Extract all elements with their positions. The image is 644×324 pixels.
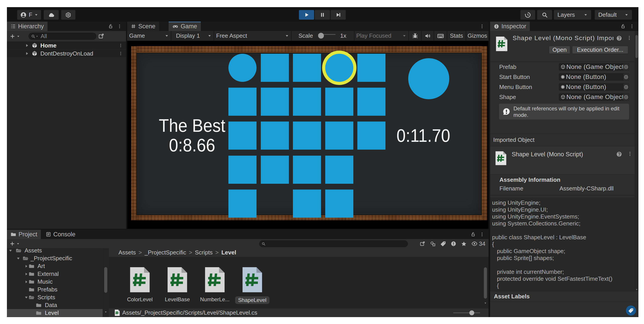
board-tile-square[interactable] [293,54,321,82]
hierarchy-search-input[interactable]: All [28,33,96,40]
file-numberlevel[interactable]: NumberLe... [196,266,234,302]
tab-project[interactable]: Project [7,230,41,239]
tree-item-art[interactable]: Art [7,262,102,270]
help-icon[interactable] [616,35,622,41]
file-levelbase[interactable]: LevelBase [158,266,196,302]
board-tile-square[interactable] [357,88,386,116]
lock-icon[interactable] [470,232,476,237]
tree-item-_projectspecific[interactable]: _ProjectSpecific [7,254,102,262]
board-tile-ringed-circle[interactable] [325,54,353,82]
expand-arrow-icon[interactable] [24,43,30,48]
open-button[interactable]: Open [549,46,570,54]
board-tile-square[interactable] [228,156,256,184]
expand-arrow-icon[interactable] [24,51,30,56]
kebab-menu-icon[interactable] [118,43,123,48]
scrollbar-thumb[interactable] [484,267,487,298]
inspector-scrollbar[interactable] [635,31,638,291]
file-colorlevel[interactable]: ColorLevel [121,266,158,302]
game-mode-dropdown[interactable]: Game [127,31,171,40]
tab-hierarchy[interactable]: Hierarchy [7,22,48,31]
tree-item-external[interactable]: External [7,270,102,278]
breadcrumb-level[interactable]: Level [221,249,236,256]
scroll-up-icon[interactable] [104,252,108,255]
tab-scene[interactable]: Scene [127,22,159,31]
tree-item-prefabs[interactable]: Prefabs [7,286,102,294]
layout-dropdown[interactable]: Default [595,10,632,20]
search-by-label-button[interactable] [438,240,448,247]
menu-button-object-field[interactable]: None (Button) [559,84,629,90]
board-tile-circle[interactable] [228,54,256,82]
board-tile-square[interactable] [293,190,321,218]
breadcrumb-assets[interactable]: Assets [118,249,136,256]
board-tile-square[interactable] [261,88,289,116]
game-render-area[interactable]: The Best 0:8.66 0:11.70 [127,41,488,229]
expand-arrow-icon[interactable] [24,272,28,276]
kebab-menu-icon[interactable] [118,51,123,56]
board-tile-square[interactable] [261,156,289,184]
board-tile-square[interactable] [293,88,321,116]
scale-slider-handle[interactable] [318,33,324,38]
play-button[interactable] [299,10,314,20]
undo-history-button[interactable] [520,10,535,20]
expand-arrow-icon[interactable] [24,264,28,268]
tree-item-scripts[interactable]: Scripts [7,294,102,301]
debug-button[interactable] [409,31,421,40]
tree-scrollbar[interactable] [102,248,109,317]
board-tile-square[interactable] [261,122,289,150]
global-search-button[interactable] [537,10,552,20]
board-tile-square[interactable] [357,54,386,82]
hierarchy-create-button[interactable] [10,34,20,39]
file-shapelevel-selected[interactable]: ShapeLevel [234,266,271,304]
hierarchy-open-search-window-button[interactable] [98,33,104,39]
chevron-down-icon[interactable] [504,49,508,52]
aspect-ratio-dropdown[interactable]: Free Aspect [214,31,291,40]
collapse-arrow-icon[interactable] [24,295,28,300]
play-focused-dropdown[interactable]: Play Focused [354,31,408,40]
lock-icon[interactable] [108,24,113,29]
board-tile-square[interactable] [293,156,321,184]
collapse-arrow-icon[interactable] [8,248,13,253]
board-tile-square[interactable] [293,122,321,150]
expand-arrow-icon[interactable] [24,280,28,284]
mute-audio-button[interactable] [422,31,434,40]
hierarchy-empty-area[interactable] [7,58,126,229]
cloud-services-button[interactable] [44,10,59,20]
kebab-menu-icon[interactable] [626,35,632,40]
layers-dropdown[interactable]: Layers [554,10,591,20]
scroll-up-icon[interactable] [635,32,638,34]
tree-item-music[interactable]: Music [7,278,102,286]
tab-console[interactable]: Console [42,230,79,239]
display-dropdown[interactable]: Display 1 [171,31,214,40]
kebab-menu-icon[interactable] [627,151,632,156]
tree-item-assets[interactable]: Assets [7,248,102,254]
tree-item-level[interactable]: Level [7,309,102,317]
thumbnail-zoom-slider[interactable] [453,313,480,313]
board-tile-square[interactable] [261,54,289,82]
tab-inspector[interactable]: Inspector [490,22,530,31]
search-by-type-button[interactable] [428,240,438,247]
lock-icon[interactable] [620,24,626,29]
tree-item-data[interactable]: Data [7,301,102,309]
favorites-button[interactable] [459,240,469,247]
tab-game[interactable]: Game [169,22,201,31]
board-tile-square[interactable] [228,88,256,116]
pause-button[interactable] [315,10,330,20]
project-create-button[interactable] [10,241,20,246]
breadcrumb-scripts[interactable]: Scripts [195,249,212,256]
board-tile-square[interactable] [325,88,353,116]
gizmos-toggle[interactable]: Gizmos [466,31,488,40]
slider-handle[interactable] [469,310,474,315]
search-by-import-log-button[interactable] [448,240,459,247]
open-search-window-button[interactable] [417,240,428,247]
stats-toggle[interactable]: Stats [447,31,466,40]
breadcrumb-projectspecific[interactable]: _ProjectSpecific [144,249,186,256]
board-tile-square[interactable] [228,190,256,218]
scroll-down-icon[interactable] [635,288,638,291]
hierarchy-item-dontdestroyonload[interactable]: DontDestroyOnLoad [7,50,126,58]
help-icon[interactable] [616,151,622,157]
board-tile-square[interactable] [228,122,256,150]
board-tile-square[interactable] [325,190,353,218]
object-picker-button[interactable] [623,84,629,90]
collapse-arrow-icon[interactable] [16,256,20,261]
account-button[interactable]: F [17,10,41,20]
